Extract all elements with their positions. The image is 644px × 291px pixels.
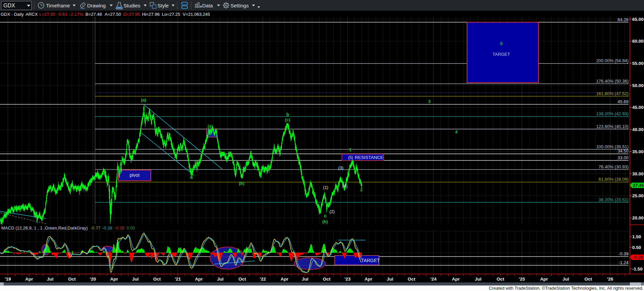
svg-text:Data: Data: [202, 3, 213, 8]
svg-text:'21: '21: [175, 277, 181, 282]
svg-text:50.00: 50.00: [632, 83, 644, 88]
svg-text:Jul: Jul: [217, 277, 224, 282]
svg-text:Lo=27.25: Lo=27.25: [162, 12, 180, 17]
svg-text:a: a: [190, 174, 193, 180]
svg-text:-0.39: -0.39: [618, 251, 629, 256]
svg-text:RESISTANCE: RESISTANCE: [355, 155, 383, 160]
svg-text:138.20% (42.93): 138.20% (42.93): [596, 111, 629, 116]
svg-text:MACD (12,26,9, 1 , 1 ,Green,Re: MACD (12,26,9, 1 , 1 ,Green,Red,DarkGray…: [1, 225, 87, 231]
svg-text:Apr: Apr: [281, 277, 289, 282]
svg-text:5: 5: [500, 41, 502, 46]
svg-text:-0.39: -0.39: [114, 225, 124, 231]
svg-text:Studies: Studies: [123, 3, 140, 8]
svg-text:30.00: 30.00: [632, 171, 644, 176]
svg-text:Hi=27.96: Hi=27.96: [142, 12, 159, 17]
svg-text:Apr: Apr: [195, 277, 203, 282]
svg-text:200.00% (54.94): 200.00% (54.94): [596, 58, 629, 63]
svg-text:161.80% (47.52): 161.80% (47.52): [596, 91, 629, 96]
svg-text:(3): (3): [338, 166, 343, 170]
svg-text:(2): (2): [329, 209, 334, 214]
svg-text:Oct: Oct: [497, 277, 504, 282]
svg-text:(a): (a): [208, 124, 213, 129]
svg-text:TARGET: TARGET: [361, 258, 380, 263]
svg-text:Apr: Apr: [25, 277, 33, 282]
svg-text:'22: '22: [260, 277, 266, 282]
svg-text:Apr: Apr: [452, 277, 460, 282]
svg-text:'19: '19: [5, 277, 11, 282]
svg-text:64.28: 64.28: [617, 17, 629, 22]
svg-text:Created with TradeStation. ©Tr: Created with TradeStation. ©TradeStation…: [489, 286, 643, 291]
svg-text:1.50: 1.50: [632, 234, 641, 239]
svg-text:pivot: pivot: [130, 172, 140, 178]
svg-text:Apr: Apr: [364, 277, 372, 282]
svg-text:2: 2: [360, 187, 362, 192]
svg-text:(4): (4): [342, 184, 347, 189]
svg-text:L=27.50: L=27.50: [39, 12, 55, 17]
svg-text:Apr: Apr: [110, 277, 118, 282]
svg-text:4: 4: [455, 129, 458, 134]
svg-text:35.00: 35.00: [632, 149, 644, 154]
svg-text:Jul: Jul: [302, 277, 309, 282]
svg-text:123.60% (40.10): 123.60% (40.10): [596, 124, 629, 129]
svg-text:40.00: 40.00: [632, 127, 644, 132]
svg-text:Timeframe: Timeframe: [46, 3, 70, 8]
svg-text:Oct: Oct: [323, 277, 330, 282]
svg-text:'25: '25: [519, 277, 525, 282]
svg-text:Apr: Apr: [540, 277, 548, 282]
svg-text:45.00: 45.00: [632, 105, 644, 110]
svg-text:Jul: Jul: [387, 277, 393, 282]
svg-text:0.50: 0.50: [632, 245, 641, 250]
svg-text:ARCX: ARCX: [26, 12, 38, 17]
svg-text:Drawing: Drawing: [87, 3, 106, 8]
svg-text:(b): (b): [239, 181, 245, 186]
svg-text:20.00: 20.00: [632, 215, 644, 220]
svg-text:Oct: Oct: [584, 277, 592, 282]
svg-text:(b): (b): [322, 219, 328, 224]
svg-text:-0.39: -0.39: [633, 255, 643, 260]
svg-text:34.50: 34.50: [617, 149, 629, 154]
svg-text:Settings: Settings: [230, 3, 249, 8]
svg-text:0.00: 0.00: [127, 225, 135, 231]
svg-text:Oct: Oct: [68, 277, 76, 282]
svg-text:A=27.50: A=27.50: [105, 12, 121, 17]
svg-text:3: 3: [428, 99, 430, 104]
svg-text:Oct: Oct: [239, 277, 246, 282]
svg-text:61.80% (28.09): 61.80% (28.09): [599, 177, 629, 182]
svg-text:45.69: 45.69: [617, 99, 629, 104]
svg-text:27.45: 27.45: [633, 183, 644, 188]
svg-text:Jul: Jul: [563, 277, 569, 282]
svg-text:Jul: Jul: [132, 277, 139, 282]
svg-text:(a): (a): [141, 97, 146, 102]
svg-text:Jul: Jul: [47, 277, 53, 282]
svg-text:O=27.95: O=27.95: [123, 12, 140, 17]
svg-text:V=21,063,245: V=21,063,245: [183, 12, 210, 17]
svg-text:-0.38: -0.38: [102, 225, 112, 231]
svg-text:'26: '26: [607, 277, 613, 282]
svg-text:(5): (5): [348, 155, 353, 160]
svg-text:GDX: GDX: [3, 3, 15, 8]
svg-text:-2.17%: -2.17%: [69, 12, 83, 17]
svg-text:B=27.48: B=27.48: [85, 12, 102, 17]
svg-text:Oct: Oct: [408, 277, 416, 282]
svg-text:Oct: Oct: [153, 277, 161, 282]
svg-text:76.40% (30.93): 76.40% (30.93): [599, 164, 629, 169]
svg-text:60.00: 60.00: [632, 39, 644, 44]
svg-text:176.40% (50.36): 176.40% (50.36): [596, 79, 629, 84]
svg-text:33.00: 33.00: [617, 155, 629, 160]
svg-text:25.00: 25.00: [632, 193, 644, 198]
svg-text:'24: '24: [430, 277, 437, 282]
svg-text:-1.24: -1.24: [618, 260, 629, 265]
svg-text:Style: Style: [157, 3, 169, 8]
svg-text:-0.77: -0.77: [91, 225, 101, 231]
svg-text:GDX - Daily: GDX - Daily: [1, 12, 24, 17]
svg-text:65.00: 65.00: [632, 17, 644, 22]
svg-text:b: b: [286, 112, 289, 117]
svg-text:1: 1: [349, 147, 351, 152]
svg-text:(1): (1): [323, 185, 328, 190]
svg-text:c: c: [324, 213, 327, 218]
svg-text:TARGET: TARGET: [493, 52, 510, 57]
svg-text:Jul: Jul: [475, 277, 481, 282]
svg-text:38.20% (23.51): 38.20% (23.51): [599, 197, 629, 202]
svg-text:'23: '23: [345, 277, 351, 282]
svg-text:(c): (c): [285, 117, 290, 122]
